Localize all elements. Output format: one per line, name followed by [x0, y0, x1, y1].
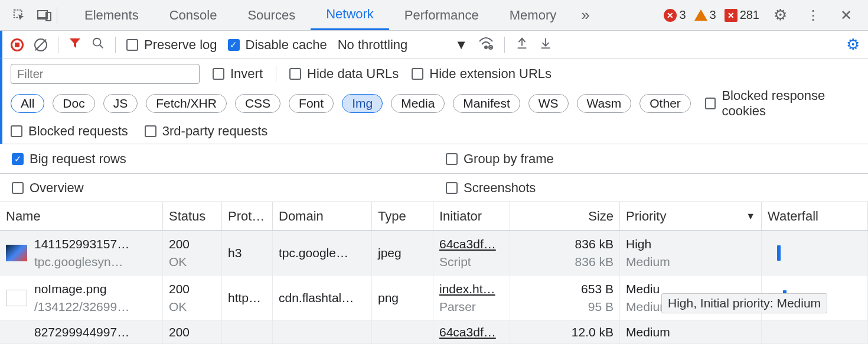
checkbox-checked-icon: ✓ [12, 153, 24, 165]
initiator[interactable]: 64ca3df… [439, 235, 504, 252]
issues-icon: ✕ [725, 9, 738, 22]
screenshots-checkbox[interactable]: Screenshots [446, 180, 536, 196]
error-badge[interactable]: ✕ 3 [664, 8, 686, 22]
checkbox-icon [446, 182, 458, 194]
filter-chip-font[interactable]: Font [289, 94, 334, 113]
issues-badge[interactable]: ✕ 281 [725, 8, 759, 22]
overview-label: Overview [30, 180, 84, 196]
divider [58, 37, 58, 53]
type: jpeg [378, 244, 427, 261]
import-har-icon[interactable] [539, 37, 552, 53]
filter-chip-ws[interactable]: WS [528, 94, 569, 113]
network-settings-icon[interactable]: ⚙ [846, 35, 860, 54]
col-name[interactable]: Name [0, 202, 163, 230]
table-row[interactable]: 827299944997… 200 64ca3df… 12.0 kB Mediu… [0, 320, 868, 344]
tab-console[interactable]: Console [154, 0, 233, 30]
filter-chip-all[interactable]: All [11, 94, 44, 113]
network-toolbar: Preserve log ✓ Disable cache No throttli… [0, 31, 868, 59]
col-status[interactable]: Status [163, 202, 222, 230]
record-button[interactable] [11, 38, 24, 51]
request-name: noImage.png [34, 280, 129, 297]
blocked-cookies-checkbox[interactable]: Blocked response cookies [705, 88, 860, 119]
export-har-icon[interactable] [515, 37, 528, 53]
domain: cdn.flashtal… [279, 289, 366, 306]
thumbnail-icon [6, 245, 27, 261]
col-domain[interactable]: Domain [273, 202, 372, 230]
hide-data-label: Hide data URLs [307, 66, 399, 82]
initiator[interactable]: index.ht… [439, 280, 504, 297]
initiator[interactable]: 64ca3df… [439, 323, 504, 341]
tab-network[interactable]: Network [311, 0, 389, 30]
col-priority-label: Priority [626, 209, 666, 224]
col-initiator[interactable]: Initiator [433, 202, 510, 230]
checkbox-icon [126, 39, 138, 51]
close-icon[interactable]: ✕ [834, 3, 859, 28]
disable-cache-label: Disable cache [246, 37, 327, 53]
more-tabs-icon[interactable]: » [572, 6, 599, 24]
checkbox-icon [213, 68, 224, 80]
inspect-element-icon[interactable] [7, 3, 32, 28]
checkbox-icon [145, 125, 156, 137]
group-frame-checkbox[interactable]: Group by frame [446, 151, 554, 167]
tab-performance[interactable]: Performance [389, 0, 494, 30]
tab-memory[interactable]: Memory [494, 0, 572, 30]
tab-sources[interactable]: Sources [232, 0, 311, 30]
issues-count: 281 [740, 8, 759, 22]
size-resource: 836 kB [575, 253, 614, 270]
invert-checkbox[interactable]: Invert [213, 66, 263, 82]
clear-button[interactable] [34, 38, 47, 51]
filter-chip-css[interactable]: CSS [235, 94, 280, 113]
status-code: 200 [169, 280, 216, 297]
filter-input[interactable] [11, 64, 200, 84]
status-text: OK [169, 253, 216, 270]
filter-chip-wasm[interactable]: Wasm [577, 94, 632, 113]
preserve-log-checkbox[interactable]: Preserve log [126, 37, 217, 53]
kebab-menu-icon[interactable]: ⋮ [801, 3, 825, 28]
svg-line-8 [490, 47, 492, 48]
filter-chip-fetch[interactable]: Fetch/XHR [146, 94, 227, 113]
filter-icon[interactable] [69, 37, 81, 53]
size-transfer: 836 kB [575, 235, 614, 252]
group-frame-label: Group by frame [464, 151, 554, 167]
network-conditions-icon[interactable] [478, 37, 494, 53]
blocked-requests-checkbox[interactable]: Blocked requests [11, 124, 128, 139]
hide-ext-label: Hide extension URLs [429, 66, 552, 82]
filter-chip-manifest[interactable]: Manifest [453, 94, 520, 113]
tab-elements[interactable]: Elements [69, 0, 154, 30]
search-icon[interactable] [92, 37, 105, 53]
filter-chip-img[interactable]: Img [342, 94, 383, 113]
col-waterfall[interactable]: Waterfall [762, 202, 868, 230]
filter-chip-js[interactable]: JS [103, 94, 138, 113]
throttling-select[interactable]: No throttling ▼ [338, 37, 468, 53]
settings-icon[interactable]: ⚙ [768, 3, 792, 28]
checkbox-icon [705, 98, 716, 109]
waterfall-bar [777, 245, 781, 261]
filter-chip-other[interactable]: Other [639, 94, 691, 113]
overview-checkbox[interactable]: Overview [12, 180, 84, 196]
device-toolbar-icon[interactable] [32, 3, 57, 28]
col-priority[interactable]: Priority ▼ [620, 202, 762, 230]
checkbox-checked-icon: ✓ [228, 39, 240, 51]
blocked-row: Blocked requests 3rd-party requests [0, 118, 868, 144]
hide-data-urls-checkbox[interactable]: Hide data URLs [289, 66, 399, 82]
big-rows-checkbox[interactable]: ✓ Big request rows [12, 151, 126, 167]
col-size[interactable]: Size [510, 202, 620, 230]
table-row[interactable]: 141152993157… tpc.googlesyn… 200 OK h3 t… [0, 231, 868, 276]
warning-badge[interactable]: 3 [694, 8, 716, 22]
status-code: 200 [169, 235, 216, 252]
request-path: /134122/32699… [34, 298, 129, 315]
col-type[interactable]: Type [372, 202, 433, 230]
invert-label: Invert [230, 66, 263, 82]
hide-ext-urls-checkbox[interactable]: Hide extension URLs [412, 66, 552, 82]
table-row[interactable]: noImage.png /134122/32699… 200 OK http… … [0, 276, 868, 320]
third-party-checkbox[interactable]: 3rd-party requests [145, 124, 268, 139]
throttling-value: No throttling [338, 37, 408, 53]
request-path: tpc.googlesyn… [34, 253, 129, 270]
svg-line-5 [100, 44, 103, 48]
big-rows-label: Big request rows [30, 151, 126, 167]
filter-chip-media[interactable]: Media [391, 94, 445, 113]
divider [57, 7, 57, 24]
filter-chip-doc[interactable]: Doc [53, 94, 94, 113]
disable-cache-checkbox[interactable]: ✓ Disable cache [228, 37, 327, 53]
col-protocol[interactable]: Prot… [222, 202, 273, 230]
